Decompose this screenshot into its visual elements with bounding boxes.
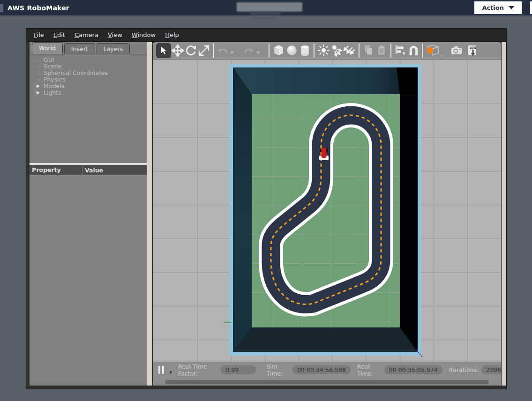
menu-camera[interactable]: Camera [70, 29, 103, 41]
log-icon: LOG [466, 44, 479, 57]
room-wall-top [233, 67, 418, 94]
paste-icon [375, 44, 388, 57]
pause-button[interactable] [158, 366, 164, 374]
vertical-splitter[interactable] [147, 42, 153, 386]
tab-insert[interactable]: Insert [64, 43, 95, 54]
snap-tool-button[interactable] [407, 44, 420, 57]
horizontal-scrollbar [153, 378, 501, 386]
select-tool-button[interactable] [156, 43, 171, 58]
spot-light-button[interactable] [330, 44, 343, 57]
tree-item-gui[interactable]: GUI [30, 57, 147, 63]
view-cube-icon [426, 44, 443, 58]
real-time-label: Real Time: [357, 363, 382, 377]
expand-arrow-icon[interactable] [37, 91, 40, 95]
tab-layers[interactable]: Layers [97, 43, 130, 54]
screenshot-button[interactable] [450, 44, 463, 57]
rtf-value: 0.99 [221, 365, 256, 374]
gazebo-window: File Edit Camera View Window Help World … [26, 28, 507, 389]
track-scene [153, 59, 498, 358]
tree-item-lights[interactable]: Lights [30, 89, 147, 96]
property-table-header: Property Value [30, 165, 147, 175]
action-button[interactable]: Action [474, 1, 522, 14]
directional-light-button[interactable] [343, 44, 356, 57]
property-column-header: Property [30, 165, 82, 175]
cursor-icon [158, 45, 169, 56]
translate-tool-button[interactable] [171, 44, 184, 57]
log-button[interactable]: LOG [466, 44, 479, 57]
scale-icon [198, 45, 210, 57]
real-time-value: 00 00:35:05.974 [384, 365, 442, 374]
copy-button[interactable] [362, 44, 375, 57]
copy-icon [362, 44, 375, 57]
room-wall-left [233, 67, 252, 352]
align-tool-button[interactable] [394, 44, 407, 57]
sphere-shape-button[interactable] [285, 44, 298, 57]
right-splitter[interactable] [501, 42, 506, 386]
rtf-label: Real Time Factor: [178, 363, 218, 377]
redo-icon [243, 45, 255, 57]
menubar: File Edit Camera View Window Help [26, 29, 506, 42]
simulation-statusbar: Real Time Factor: 0.99 Sim Time: 00 00:3… [153, 362, 501, 378]
panel-tabs: World Insert Layers [30, 42, 147, 54]
tree-item-physics[interactable]: Physics [30, 76, 147, 83]
sim-time-value: 00 00:34:56.598 [292, 365, 351, 374]
camera-icon [450, 44, 463, 57]
property-table-body [30, 175, 147, 386]
iterations-value: 20965 [481, 365, 501, 374]
rotate-tool-button[interactable] [184, 44, 197, 57]
spot-light-icon [330, 44, 343, 57]
undo-icon [217, 45, 229, 57]
point-light-button[interactable] [317, 44, 330, 57]
caret-down-icon [509, 6, 514, 9]
menu-view[interactable]: View [103, 29, 127, 41]
scrollbar-thumb[interactable] [165, 380, 489, 384]
scale-tool-button[interactable] [197, 44, 210, 57]
iterations-label: Iterations: [449, 366, 479, 373]
directional-light-icon [344, 44, 356, 57]
tab-world[interactable]: World [32, 42, 63, 54]
cylinder-shape-button[interactable] [298, 44, 311, 57]
gazebo-toolbar: LOG [153, 42, 501, 59]
align-icon [394, 44, 407, 57]
tree-item-models[interactable]: Models [30, 83, 147, 89]
simulation-viewport[interactable] [153, 59, 501, 362]
menu-edit[interactable]: Edit [49, 29, 70, 41]
edge-button-sliver [530, 1, 532, 14]
point-light-icon [317, 44, 330, 57]
room-wall-bottom [233, 327, 418, 352]
step-button[interactable] [170, 371, 172, 373]
svg-text:LOG: LOG [470, 46, 476, 49]
undo-history-caret[interactable] [230, 52, 234, 54]
viewport-column: LOG [153, 42, 501, 386]
redacted-simulation-name [237, 2, 302, 15]
magnet-icon [407, 44, 420, 57]
value-column-header: Value [82, 167, 103, 174]
view-angle-button[interactable] [426, 44, 443, 57]
world-tree: GUI Scene Spherical Coordinates Physics … [30, 54, 147, 163]
menu-file[interactable]: File [29, 29, 49, 41]
cylinder-icon [299, 44, 311, 57]
rotate-icon [185, 45, 197, 57]
menu-help[interactable]: Help [160, 29, 184, 41]
tree-item-spherical-coordinates[interactable]: Spherical Coordinates [30, 70, 147, 76]
redo-history-caret[interactable] [256, 52, 260, 54]
world-panel: World Insert Layers GUI Scene Spherical … [30, 42, 147, 386]
aws-console-topbar: AWS RoboMaker Action [0, 0, 532, 15]
expand-arrow-icon[interactable] [37, 84, 40, 88]
redo-button[interactable] [242, 44, 255, 57]
cube-icon [272, 44, 285, 57]
sim-time-label: Sim Time: [266, 363, 289, 377]
menu-window[interactable]: Window [127, 29, 160, 41]
move-icon [172, 45, 184, 57]
tree-item-scene[interactable]: Scene [30, 63, 147, 70]
paste-button[interactable] [375, 44, 388, 57]
sphere-icon [285, 44, 298, 57]
nav-icon [0, 4, 3, 12]
undo-button[interactable] [216, 44, 229, 57]
box-shape-button[interactable] [272, 44, 285, 57]
app-title: AWS RoboMaker [7, 4, 69, 12]
action-button-label: Action [482, 4, 504, 11]
